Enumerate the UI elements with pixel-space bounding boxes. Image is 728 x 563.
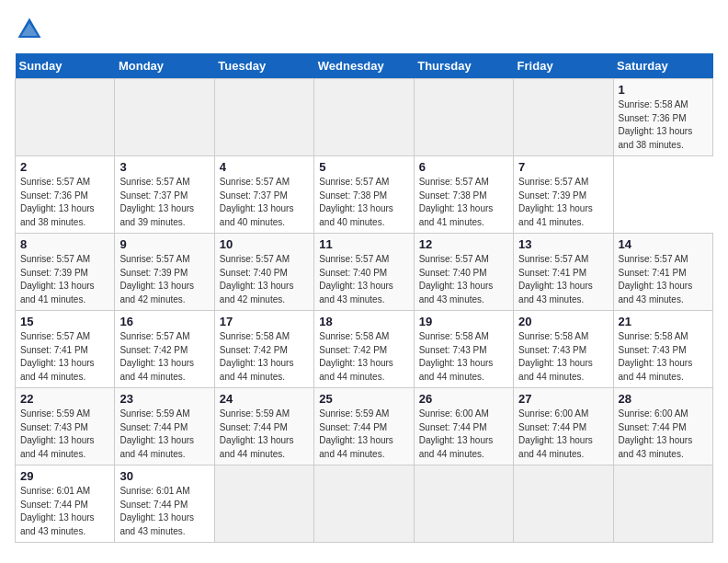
logo-icon [15,15,44,44]
calendar-cell: 17 Sunrise: 5:58 AMSunset: 7:42 PMDaylig… [214,311,313,388]
column-header-tuesday: Tuesday [214,53,313,79]
day-info: Sunrise: 5:57 AMSunset: 7:39 PMDaylight:… [119,254,194,304]
column-header-thursday: Thursday [414,53,513,79]
calendar-cell: 1 Sunrise: 5:58 AMSunset: 7:36 PMDayligh… [613,79,712,156]
day-info: Sunrise: 5:57 AMSunset: 7:38 PMDaylight:… [419,177,494,227]
day-info: Sunrise: 5:57 AMSunset: 7:41 PMDaylight:… [518,254,593,304]
calendar-cell: 13 Sunrise: 5:57 AMSunset: 7:41 PMDaylig… [514,234,613,311]
day-number: 23 [119,392,209,406]
day-number: 1 [619,83,708,97]
day-info: Sunrise: 5:57 AMSunset: 7:36 PMDaylight:… [20,177,95,227]
calendar-cell: 12 Sunrise: 5:57 AMSunset: 7:40 PMDaylig… [414,234,513,311]
day-info: Sunrise: 5:58 AMSunset: 7:42 PMDaylight:… [319,331,393,382]
calendar-cell: 19 Sunrise: 5:58 AMSunset: 7:43 PMDaylig… [414,311,513,388]
day-info: Sunrise: 5:59 AMSunset: 7:44 PMDaylight:… [119,408,194,459]
page-header [15,15,713,44]
day-number: 14 [619,237,708,251]
day-info: Sunrise: 5:57 AMSunset: 7:37 PMDaylight:… [119,177,194,227]
calendar-cell [514,465,613,543]
calendar-week-1: 2 Sunrise: 5:57 AMSunset: 7:36 PMDayligh… [16,156,713,234]
day-number: 22 [20,392,109,406]
day-info: Sunrise: 5:59 AMSunset: 7:43 PMDaylight:… [20,408,95,459]
calendar-cell: 6 Sunrise: 5:57 AMSunset: 7:38 PMDayligh… [414,156,513,234]
day-info: Sunrise: 5:58 AMSunset: 7:43 PMDaylight:… [419,331,494,382]
calendar-week-0: 1 Sunrise: 5:58 AMSunset: 7:36 PMDayligh… [16,79,713,156]
day-info: Sunrise: 5:58 AMSunset: 7:43 PMDaylight:… [518,331,593,382]
calendar-cell: 10 Sunrise: 5:57 AMSunset: 7:40 PMDaylig… [214,234,313,311]
day-info: Sunrise: 6:00 AMSunset: 7:44 PMDaylight:… [419,408,494,459]
calendar-cell: 8 Sunrise: 5:57 AMSunset: 7:39 PMDayligh… [16,234,115,311]
day-number: 17 [220,315,309,328]
day-number: 25 [319,392,408,406]
calendar-cell [314,465,414,543]
calendar-cell: 11 Sunrise: 5:57 AMSunset: 7:40 PMDaylig… [314,234,414,311]
calendar-table: SundayMondayTuesdayWednesdayThursdayFrid… [15,53,713,543]
day-info: Sunrise: 6:01 AMSunset: 7:44 PMDaylight:… [20,486,95,536]
calendar-week-2: 8 Sunrise: 5:57 AMSunset: 7:39 PMDayligh… [16,234,713,311]
calendar-header: SundayMondayTuesdayWednesdayThursdayFrid… [16,53,713,79]
day-number: 5 [319,160,408,174]
day-number: 3 [119,160,209,174]
day-number: 8 [20,237,109,251]
day-info: Sunrise: 6:00 AMSunset: 7:44 PMDaylight:… [518,408,593,459]
logo [15,15,48,44]
calendar-cell: 18 Sunrise: 5:58 AMSunset: 7:42 PMDaylig… [314,311,414,388]
calendar-cell [414,79,513,156]
day-info: Sunrise: 6:00 AMSunset: 7:44 PMDaylight:… [619,408,693,459]
day-info: Sunrise: 5:58 AMSunset: 7:43 PMDaylight:… [619,331,693,382]
calendar-cell: 25 Sunrise: 5:59 AMSunset: 7:44 PMDaylig… [314,388,414,465]
calendar-cell [214,465,313,543]
day-number: 15 [20,315,109,328]
day-info: Sunrise: 5:58 AMSunset: 7:42 PMDaylight:… [220,331,294,382]
calendar-cell: 15 Sunrise: 5:57 AMSunset: 7:41 PMDaylig… [16,311,115,388]
day-info: Sunrise: 5:59 AMSunset: 7:44 PMDaylight:… [220,408,294,459]
day-number: 7 [518,160,608,174]
column-header-monday: Monday [115,53,214,79]
calendar-body: 1 Sunrise: 5:58 AMSunset: 7:36 PMDayligh… [16,79,713,543]
day-number: 10 [220,237,309,251]
calendar-cell: 21 Sunrise: 5:58 AMSunset: 7:43 PMDaylig… [613,311,712,388]
day-info: Sunrise: 5:57 AMSunset: 7:39 PMDaylight:… [20,254,95,304]
header-row: SundayMondayTuesdayWednesdayThursdayFrid… [16,53,713,79]
day-number: 24 [220,392,309,406]
calendar-cell: 3 Sunrise: 5:57 AMSunset: 7:37 PMDayligh… [115,156,214,234]
calendar-cell: 5 Sunrise: 5:57 AMSunset: 7:38 PMDayligh… [314,156,414,234]
day-number: 12 [419,237,508,251]
calendar-cell: 14 Sunrise: 5:57 AMSunset: 7:41 PMDaylig… [613,234,712,311]
day-info: Sunrise: 5:57 AMSunset: 7:40 PMDaylight:… [319,254,393,304]
column-header-friday: Friday [514,53,613,79]
calendar-cell: 23 Sunrise: 5:59 AMSunset: 7:44 PMDaylig… [115,388,214,465]
day-number: 19 [419,315,508,328]
calendar-cell [16,79,115,156]
day-info: Sunrise: 5:57 AMSunset: 7:39 PMDaylight:… [518,177,593,227]
calendar-cell: 7 Sunrise: 5:57 AMSunset: 7:39 PMDayligh… [514,156,613,234]
day-info: Sunrise: 6:01 AMSunset: 7:44 PMDaylight:… [119,486,194,536]
day-number: 16 [119,315,209,328]
calendar-cell: 28 Sunrise: 6:00 AMSunset: 7:44 PMDaylig… [613,388,712,465]
calendar-cell: 22 Sunrise: 5:59 AMSunset: 7:43 PMDaylig… [16,388,115,465]
day-number: 18 [319,315,408,328]
day-number: 9 [119,237,209,251]
calendar-cell [414,465,513,543]
calendar-cell: 24 Sunrise: 5:59 AMSunset: 7:44 PMDaylig… [214,388,313,465]
day-info: Sunrise: 5:57 AMSunset: 7:38 PMDaylight:… [319,177,393,227]
calendar-week-5: 29 Sunrise: 6:01 AMSunset: 7:44 PMDaylig… [16,465,713,543]
calendar-cell: 4 Sunrise: 5:57 AMSunset: 7:37 PMDayligh… [214,156,313,234]
calendar-cell [613,465,712,543]
day-number: 11 [319,237,408,251]
calendar-cell [514,79,613,156]
calendar-cell [115,79,214,156]
day-number: 29 [20,469,109,483]
day-number: 4 [220,160,309,174]
day-info: Sunrise: 5:57 AMSunset: 7:42 PMDaylight:… [119,331,194,382]
day-info: Sunrise: 5:57 AMSunset: 7:40 PMDaylight:… [220,254,294,304]
day-info: Sunrise: 5:57 AMSunset: 7:40 PMDaylight:… [419,254,494,304]
column-header-saturday: Saturday [613,53,712,79]
day-number: 13 [518,237,608,251]
day-info: Sunrise: 5:59 AMSunset: 7:44 PMDaylight:… [319,408,393,459]
calendar-cell [214,79,313,156]
day-number: 2 [20,160,109,174]
day-number: 28 [619,392,708,406]
calendar-cell: 20 Sunrise: 5:58 AMSunset: 7:43 PMDaylig… [514,311,613,388]
day-info: Sunrise: 5:57 AMSunset: 7:37 PMDaylight:… [220,177,294,227]
